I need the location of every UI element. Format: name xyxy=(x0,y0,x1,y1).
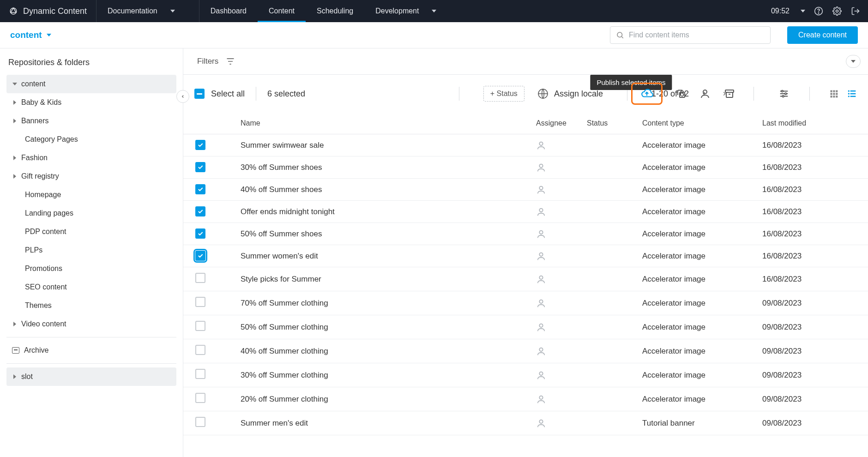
settings-icon[interactable] xyxy=(832,6,842,16)
table-row[interactable]: 50% off Summer clothingAccelerator image… xyxy=(183,315,868,339)
sort-settings-icon[interactable] xyxy=(778,89,790,99)
row-checkbox[interactable] xyxy=(195,273,205,283)
svg-rect-12 xyxy=(831,90,832,92)
table-row[interactable]: 20% off Summer clothingAccelerator image… xyxy=(183,387,868,411)
row-name: 40% off Summer shoes xyxy=(235,179,530,201)
main-panel: Filters Select all 6 selected Publish se… xyxy=(183,48,868,457)
assignee-icon[interactable] xyxy=(536,229,576,239)
row-checkbox[interactable] xyxy=(195,184,205,194)
sidebar-item[interactable]: Video content xyxy=(6,315,176,333)
table-row[interactable]: 70% off Summer clothingAccelerator image… xyxy=(183,291,868,315)
row-checkbox[interactable] xyxy=(195,162,205,172)
help-icon[interactable] xyxy=(814,6,824,16)
assignee-icon[interactable] xyxy=(536,162,576,173)
row-checkbox[interactable] xyxy=(195,140,205,150)
svg-rect-13 xyxy=(833,90,835,92)
row-checkbox[interactable] xyxy=(195,393,205,403)
col-content-type[interactable]: Content type xyxy=(637,113,757,134)
filter-icon[interactable] xyxy=(226,57,235,66)
table-row[interactable]: 40% off Summer shoesAccelerator image16/… xyxy=(183,179,868,201)
logout-icon[interactable] xyxy=(850,6,861,16)
col-name[interactable]: Name xyxy=(235,113,530,134)
chevron-down-icon[interactable] xyxy=(801,10,805,12)
sidebar-slot[interactable]: slot xyxy=(6,367,176,386)
sidebar-item[interactable]: Landing pages xyxy=(6,204,176,222)
sidebar-item[interactable]: content xyxy=(6,75,176,93)
assignee-icon[interactable] xyxy=(536,185,576,195)
sidebar-item[interactable]: PDP content xyxy=(6,222,176,241)
sidebar-item[interactable]: Baby & Kids xyxy=(6,93,176,112)
svg-rect-14 xyxy=(836,90,838,92)
search-input[interactable] xyxy=(629,31,765,39)
table-row[interactable]: Offer ends midnight tonightAccelerator i… xyxy=(183,201,868,223)
nav-dashboard[interactable]: Dashboard xyxy=(199,0,258,22)
sidebar-item[interactable]: Themes xyxy=(6,296,176,315)
more-options-button[interactable] xyxy=(846,55,861,68)
row-content-type: Accelerator image xyxy=(637,315,757,339)
row-status xyxy=(581,223,637,245)
copy-icon[interactable] xyxy=(675,88,687,99)
table-row[interactable]: Summer men's editTutorial banner09/08/20… xyxy=(183,411,868,435)
table-row[interactable]: Style picks for SummerAccelerator image1… xyxy=(183,267,868,291)
sidebar-item[interactable]: Banners xyxy=(6,112,176,130)
assignee-icon[interactable] xyxy=(536,298,576,308)
table-row[interactable]: 30% off Summer clothingAccelerator image… xyxy=(183,363,868,387)
archive-icon[interactable] xyxy=(723,88,735,99)
nav-scheduling[interactable]: Scheduling xyxy=(306,0,364,22)
col-last-modified[interactable]: Last modified xyxy=(757,113,831,134)
assignee-icon[interactable] xyxy=(536,322,576,332)
assignee-icon[interactable] xyxy=(536,418,576,428)
row-name: Summer men's edit xyxy=(235,411,530,435)
row-checkbox[interactable] xyxy=(195,417,205,427)
row-checkbox[interactable] xyxy=(195,321,205,331)
assignee-icon[interactable] xyxy=(536,394,576,404)
sidebar-item-label: Baby & Kids xyxy=(21,98,61,107)
sidebar-item[interactable]: SEO content xyxy=(6,278,176,296)
add-status-button[interactable]: + Status xyxy=(483,86,524,102)
sidebar-item[interactable]: Gift registry xyxy=(6,167,176,186)
grid-view-icon[interactable] xyxy=(829,89,838,98)
svg-rect-24 xyxy=(850,93,856,95)
assignee-icon[interactable] xyxy=(536,370,576,380)
repo-selector[interactable]: content xyxy=(10,30,51,40)
svg-rect-26 xyxy=(850,96,856,97)
row-checkbox[interactable] xyxy=(195,345,205,355)
create-content-button[interactable]: Create content xyxy=(787,26,858,44)
sidebar-item[interactable]: Promotions xyxy=(6,259,176,278)
sidebar-item[interactable]: Fashion xyxy=(6,149,176,167)
assignee-icon[interactable] xyxy=(536,207,576,217)
row-status xyxy=(581,411,637,435)
svg-point-27 xyxy=(539,142,542,145)
sidebar-item[interactable]: Homepage xyxy=(6,186,176,204)
assignee-icon[interactable] xyxy=(536,346,576,356)
collapse-sidebar-button[interactable] xyxy=(176,90,189,103)
assignee-icon[interactable] xyxy=(536,274,576,284)
assign-user-icon[interactable] xyxy=(699,88,711,99)
list-view-icon[interactable] xyxy=(847,89,857,98)
col-assignee[interactable]: Assignee xyxy=(530,113,581,134)
sidebar-archive[interactable]: Archive xyxy=(6,341,176,360)
nav-documentation[interactable]: Documentation xyxy=(96,0,199,22)
table-row[interactable]: 30% off Summer shoesAccelerator image16/… xyxy=(183,156,868,179)
row-content-type: Accelerator image xyxy=(637,223,757,245)
row-checkbox[interactable] xyxy=(195,228,205,239)
row-checkbox[interactable] xyxy=(195,251,205,261)
table-row[interactable]: Summer swimwear saleAccelerator image16/… xyxy=(183,134,868,156)
assignee-icon[interactable] xyxy=(536,140,576,150)
select-all-checkbox[interactable] xyxy=(194,89,205,99)
sidebar-item[interactable]: Category Pages xyxy=(6,130,176,149)
assignee-icon[interactable] xyxy=(536,251,576,261)
table-row[interactable]: 40% off Summer clothingAccelerator image… xyxy=(183,339,868,363)
nav-content[interactable]: Content xyxy=(258,0,306,22)
table-row[interactable]: 50% off Summer shoesAccelerator image16/… xyxy=(183,223,868,245)
publish-icon[interactable] xyxy=(640,88,654,100)
row-checkbox[interactable] xyxy=(195,369,205,379)
table-row[interactable]: Summer women's editAccelerator image16/0… xyxy=(183,245,868,267)
nav-development[interactable]: Development xyxy=(364,0,447,22)
row-checkbox[interactable] xyxy=(195,297,205,307)
search-input-wrapper[interactable] xyxy=(610,26,771,44)
col-status[interactable]: Status xyxy=(581,113,637,134)
row-content-type: Accelerator image xyxy=(637,339,757,363)
row-checkbox[interactable] xyxy=(195,206,205,216)
sidebar-item[interactable]: PLPs xyxy=(6,241,176,259)
